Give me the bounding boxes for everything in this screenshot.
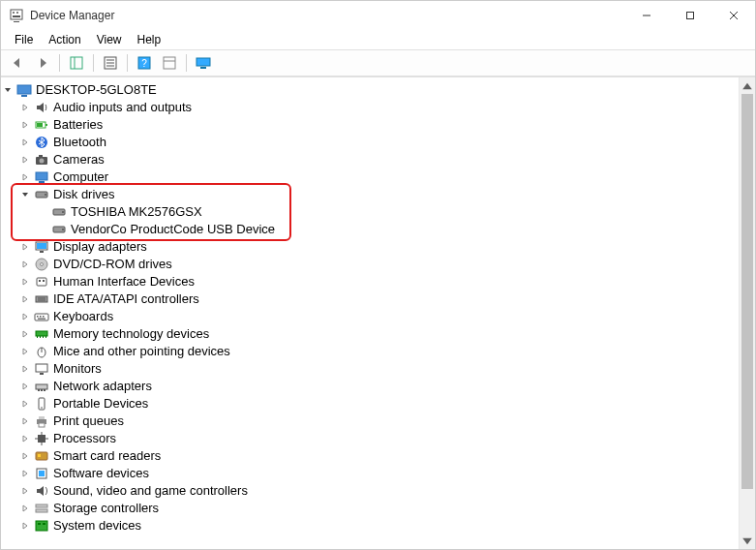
tree-node-2[interactable]: Bluetooth (1, 134, 739, 151)
expander-icon[interactable] (18, 290, 32, 308)
expander-icon[interactable] (18, 482, 32, 500)
tree-node-0[interactable]: Audio inputs and outputs (1, 99, 739, 116)
tree-node-9[interactable]: IDE ATA/ATAPI controllers (1, 290, 739, 308)
maximize-button[interactable] (668, 1, 711, 30)
disk-icon (34, 187, 49, 202)
svg-rect-65 (41, 389, 43, 391)
printer-icon (34, 413, 49, 429)
toolbar: ? (1, 49, 755, 76)
properties-button[interactable] (99, 52, 122, 74)
expander-icon[interactable] (18, 325, 32, 343)
tree-node-6[interactable]: Display adapters (1, 238, 739, 256)
memory-icon (34, 326, 49, 342)
expander-icon[interactable] (18, 500, 32, 517)
expander-icon[interactable] (18, 343, 32, 360)
expander-icon[interactable] (18, 99, 32, 116)
tree-node-4[interactable]: Computer (1, 168, 739, 186)
svg-rect-57 (43, 336, 44, 338)
expander-icon[interactable] (18, 360, 32, 378)
tree-node-14[interactable]: Network adapters (1, 378, 739, 395)
tree-node-10[interactable]: Keyboards (1, 308, 739, 325)
window-title: Device Manager (30, 9, 114, 22)
software-icon (34, 466, 49, 481)
menu-view[interactable]: View (89, 31, 130, 48)
scroll-track[interactable] (740, 94, 755, 533)
tree-node-19[interactable]: Software devices (1, 465, 739, 482)
camera-icon (34, 152, 49, 168)
tree-node-22[interactable]: System devices (1, 517, 739, 535)
svg-point-2 (13, 12, 15, 14)
expander-icon[interactable] (18, 134, 32, 151)
hid-icon (34, 274, 49, 290)
scroll-up-arrow[interactable] (740, 77, 755, 94)
expander-icon[interactable] (18, 517, 32, 535)
svg-rect-24 (45, 124, 47, 126)
tree-node-13[interactable]: Monitors (1, 360, 739, 378)
back-button[interactable] (6, 52, 29, 74)
disk-icon (51, 222, 67, 237)
expander-icon[interactable] (18, 273, 32, 290)
expander-icon[interactable] (18, 395, 32, 412)
tree-node-label: Storage controllers (53, 500, 159, 517)
tree-node-8[interactable]: Human Interface Devices (1, 273, 739, 290)
minimize-button[interactable] (624, 1, 668, 30)
expander-icon[interactable] (18, 465, 32, 482)
portable-icon (34, 396, 49, 412)
expander-icon[interactable] (18, 151, 32, 168)
svg-rect-64 (38, 389, 40, 391)
tree-node-7[interactable]: DVD/CD-ROM drives (1, 256, 739, 273)
tree-node-label: Audio inputs and outputs (53, 99, 192, 116)
scan-hardware-button[interactable] (158, 52, 181, 74)
tree-node-21[interactable]: Storage controllers (1, 500, 739, 517)
svg-rect-40 (40, 251, 44, 253)
svg-rect-77 (36, 452, 47, 460)
tree-node-5-1[interactable]: VendorCo ProductCode USB Device (1, 221, 739, 238)
expander-icon[interactable] (1, 81, 15, 99)
expander-icon[interactable] (18, 308, 32, 325)
tree-node-5-0[interactable]: TOSHIBA MK2576GSX (1, 203, 739, 221)
monitor-icon-button[interactable] (192, 52, 215, 74)
tree-node-11[interactable]: Memory technology devices (1, 325, 739, 343)
scroll-thumb[interactable] (741, 94, 753, 489)
tree-node-label: Portable Devices (53, 395, 148, 412)
show-hide-tree-button[interactable] (65, 52, 88, 74)
menu-action[interactable]: Action (41, 31, 88, 48)
expander-icon[interactable] (18, 116, 32, 134)
svg-rect-43 (37, 278, 46, 286)
vertical-scrollbar[interactable] (739, 77, 755, 549)
menu-file[interactable]: File (7, 31, 41, 48)
menu-help[interactable]: Help (130, 31, 169, 48)
svg-rect-21 (17, 85, 31, 94)
expander-icon[interactable] (18, 378, 32, 395)
tree-node-16[interactable]: Print queues (1, 412, 739, 430)
forward-button[interactable] (31, 52, 54, 74)
tree-node-18[interactable]: Smart card readers (1, 447, 739, 465)
tree-node-1[interactable]: Batteries (1, 116, 739, 134)
tree-node-label: IDE ATA/ATAPI controllers (53, 290, 199, 308)
tree-node-5[interactable]: Disk drives (1, 186, 739, 203)
ide-icon (34, 291, 49, 307)
tree-node-3[interactable]: Cameras (1, 151, 739, 168)
expander-icon[interactable] (18, 186, 32, 203)
svg-point-28 (40, 159, 45, 164)
tree-node-label: Print queues (53, 412, 124, 430)
help-button[interactable]: ? (133, 52, 156, 74)
tree-node-12[interactable]: Mice and other pointing devices (1, 343, 739, 360)
expander-icon[interactable] (18, 256, 32, 273)
svg-point-37 (62, 229, 64, 230)
root-icon (16, 82, 32, 98)
tree-node-20[interactable]: Sound, video and game controllers (1, 482, 739, 500)
tree-scroll-area[interactable]: DESKTOP-5GLO8TEAudio inputs and outputsB… (1, 77, 739, 549)
close-button[interactable] (711, 1, 755, 30)
expander-icon[interactable] (18, 430, 32, 447)
tree-node-label: Disk drives (53, 186, 115, 203)
tree-node-15[interactable]: Portable Devices (1, 395, 739, 412)
expander-icon[interactable] (18, 447, 32, 465)
scroll-down-arrow[interactable] (740, 533, 755, 549)
tree-node-root[interactable]: DESKTOP-5GLO8TE (1, 81, 739, 99)
svg-rect-0 (11, 10, 22, 19)
expander-icon[interactable] (18, 238, 32, 256)
expander-icon[interactable] (18, 168, 32, 186)
tree-node-17[interactable]: Processors (1, 430, 739, 447)
expander-icon[interactable] (18, 412, 32, 430)
